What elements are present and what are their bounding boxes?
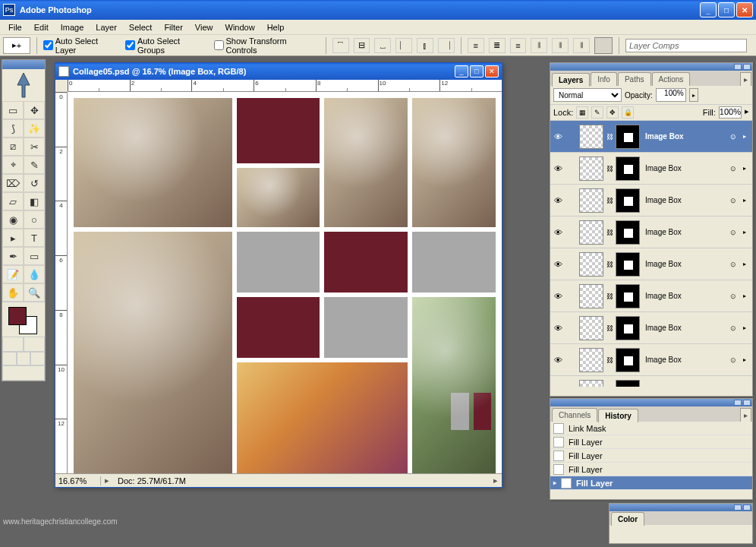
fill-arrow-icon[interactable]: ▸: [745, 106, 749, 119]
mask-thumbnail[interactable]: [616, 380, 640, 387]
notes-tool[interactable]: 📝: [2, 265, 24, 283]
fx-icon[interactable]: ⊙: [730, 261, 741, 268]
layer-menu-icon[interactable]: ▸: [743, 261, 751, 267]
doc-maximize-button[interactable]: □: [470, 65, 484, 77]
current-tool-indicator[interactable]: ▸+: [3, 37, 30, 54]
layer-thumbnail[interactable]: [579, 188, 603, 213]
history-brush-tool[interactable]: ↺: [24, 174, 45, 192]
document-titlebar[interactable]: Collage05.psd @ 16.7% (Image Box, RGB/8)…: [55, 63, 502, 80]
align-vcenter-button[interactable]: ⊟: [354, 38, 370, 53]
layer-menu-icon[interactable]: ▸: [743, 292, 751, 299]
layer-name[interactable]: Image Box: [642, 324, 728, 332]
panel-header[interactable]: [550, 399, 752, 406]
layer-menu-icon[interactable]: ▸: [743, 324, 751, 331]
fx-icon[interactable]: ⊙: [730, 197, 741, 204]
screen-mode-3-button[interactable]: [30, 352, 45, 365]
layer-thumbnail[interactable]: [579, 284, 603, 308]
gradient-tool[interactable]: ◧: [24, 192, 45, 210]
mask-thumbnail[interactable]: [616, 284, 640, 308]
screen-mode-2-button[interactable]: [17, 352, 31, 365]
mask-thumbnail[interactable]: [616, 220, 640, 245]
fill-field[interactable]: 100%: [719, 106, 742, 119]
visibility-icon[interactable]: 👁: [552, 290, 564, 302]
doc-minimize-button[interactable]: _: [455, 65, 468, 77]
type-tool[interactable]: T: [24, 229, 45, 247]
mask-thumbnail[interactable]: [616, 188, 640, 213]
layer-thumbnail[interactable]: [579, 348, 603, 372]
layer-thumbnail[interactable]: [579, 125, 603, 149]
maximize-button[interactable]: □: [718, 2, 735, 17]
layer-name[interactable]: Image Box: [642, 356, 728, 364]
path-tool[interactable]: ▸: [2, 229, 24, 247]
layer-row[interactable]: 👁⛓Image Box⊙▸: [550, 344, 752, 376]
mask-thumbnail[interactable]: [616, 125, 640, 149]
lock-pixels-button[interactable]: ✎: [591, 106, 603, 119]
wand-tool[interactable]: ✨: [24, 119, 45, 138]
distribute-top-button[interactable]: ≡: [468, 38, 484, 53]
panel-header[interactable]: [610, 504, 752, 511]
visibility-icon[interactable]: 👁: [552, 386, 564, 387]
mask-thumbnail[interactable]: [616, 252, 640, 277]
tab-history[interactable]: History: [598, 409, 638, 422]
panel-header[interactable]: [550, 63, 752, 71]
panel-minimize-icon[interactable]: [734, 400, 742, 406]
layer-row[interactable]: 👁 ⛓ Image Box ⊙▸: [550, 121, 752, 153]
color-swatches[interactable]: [2, 302, 45, 337]
fx-icon[interactable]: ⊙: [730, 324, 741, 332]
layer-row[interactable]: 👁⛓Image Box⊙▸: [550, 217, 752, 248]
fx-icon[interactable]: ⊙: [730, 356, 741, 364]
menu-view[interactable]: View: [190, 21, 219, 33]
visibility-icon[interactable]: 👁: [552, 354, 564, 366]
screen-mode-1-button[interactable]: [2, 352, 17, 365]
menu-window[interactable]: Window: [220, 21, 260, 33]
layer-thumbnail[interactable]: [579, 252, 603, 277]
marquee-tool[interactable]: ▭: [2, 101, 24, 119]
layer-thumbnail[interactable]: [579, 157, 603, 181]
layer-menu-icon[interactable]: ▸: [743, 165, 751, 172]
layer-row[interactable]: 👁⛓Image Box⊙▸: [550, 248, 752, 280]
opacity-field[interactable]: 100%: [656, 88, 686, 102]
menu-image[interactable]: Image: [55, 21, 90, 33]
lock-transparency-button[interactable]: ▦: [576, 106, 588, 119]
doc-close-button[interactable]: ✕: [485, 65, 499, 77]
layer-name[interactable]: Image Box: [642, 292, 728, 300]
history-item[interactable]: Fill Layer: [550, 463, 752, 476]
history-item[interactable]: Fill Layer: [550, 449, 752, 463]
menu-help[interactable]: Help: [262, 21, 290, 33]
tab-paths[interactable]: Paths: [618, 72, 651, 86]
slice-tool[interactable]: ✂: [24, 138, 45, 156]
show-transform-checkbox[interactable]: Show Transform Controls: [214, 36, 320, 55]
layer-menu-icon[interactable]: ▸: [743, 197, 751, 204]
history-item[interactable]: Link Mask: [550, 422, 752, 435]
distribute-hcenter-button[interactable]: ⦀: [552, 38, 569, 53]
visibility-icon[interactable]: 👁: [552, 258, 564, 270]
distribute-left-button[interactable]: ⦀: [531, 38, 547, 53]
visibility-icon[interactable]: 👁: [552, 194, 564, 207]
align-hcenter-button[interactable]: ⫿: [417, 38, 433, 53]
layer-row[interactable]: 👁⛓Image Box⊙▸: [550, 312, 752, 344]
menu-edit[interactable]: Edit: [29, 21, 54, 33]
menu-file[interactable]: File: [3, 21, 27, 33]
layer-menu-icon[interactable]: ▸: [743, 229, 751, 236]
mask-thumbnail[interactable]: [616, 316, 640, 340]
layer-thumbnail[interactable]: [579, 380, 603, 387]
close-button[interactable]: ✕: [736, 2, 753, 17]
layer-menu-icon[interactable]: ▸: [743, 133, 751, 140]
menu-layer[interactable]: Layer: [90, 21, 122, 33]
tab-color[interactable]: Color: [611, 512, 644, 526]
fx-icon[interactable]: ⊙: [730, 292, 741, 300]
move-tool[interactable]: ✥: [24, 101, 45, 119]
distribute-bottom-button[interactable]: ≡: [510, 38, 527, 53]
layer-name[interactable]: Image Box: [642, 164, 728, 172]
distribute-vcenter-button[interactable]: ≣: [489, 38, 506, 53]
palette-well-icon[interactable]: [594, 37, 613, 54]
dodge-tool[interactable]: ○: [24, 210, 45, 229]
layer-name[interactable]: Image Box: [642, 132, 728, 141]
align-bottom-button[interactable]: ⎵: [374, 38, 391, 53]
history-list[interactable]: Link Mask Fill Layer Fill Layer Fill Lay…: [550, 422, 752, 498]
fx-icon[interactable]: ⊙: [730, 229, 741, 236]
layer-name[interactable]: Image Box: [642, 196, 728, 204]
panel-close-icon[interactable]: [743, 64, 751, 70]
distribute-right-button[interactable]: ⦀: [573, 38, 590, 53]
layer-row[interactable]: 👁⛓Image Box⊙▸: [550, 153, 752, 185]
